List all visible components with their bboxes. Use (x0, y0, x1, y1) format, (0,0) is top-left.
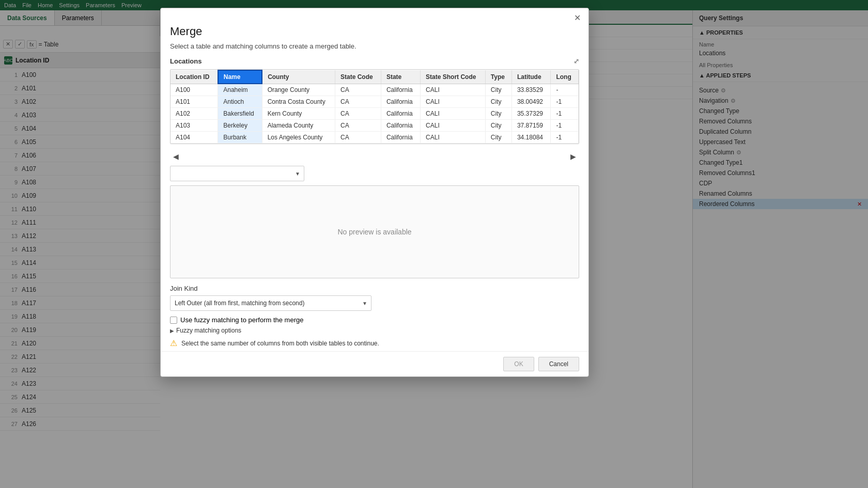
merge-table-cell: Los Angeles County (262, 132, 335, 144)
second-table-area: ▼ (170, 166, 579, 181)
merge-table-cell: A101 (171, 96, 218, 108)
merge-table-cell: CA (335, 120, 381, 132)
merge-col-header-name[interactable]: Name (218, 70, 262, 84)
merge-table-row: A100AnaheimOrange CountyCACaliforniaCALI… (171, 84, 579, 96)
merge-table-container: Location IDNameCountyState CodeStateStat… (170, 69, 579, 144)
merge-table-cell: City (485, 108, 512, 120)
merge-table-cell: 33.83529 (512, 84, 551, 96)
merge-table-cell: CA (335, 108, 381, 120)
cancel-button[interactable]: Cancel (538, 357, 579, 371)
merge-table-cell: A100 (171, 84, 218, 96)
scroll-row: ◀ ▶ (170, 149, 579, 164)
merge-col-header-latitude[interactable]: Latitude (512, 70, 551, 84)
join-kind-label: Join Kind (170, 285, 579, 292)
merge-table-cell: CA (335, 132, 381, 144)
merge-table-cell: 38.00492 (512, 96, 551, 108)
join-section: Join Kind Left Outer (all from first, ma… (170, 285, 579, 311)
table-select-wrapper: ▼ (170, 166, 304, 181)
merge-table-cell: CALI (421, 96, 486, 108)
merge-table-cell: Kern County (262, 108, 335, 120)
merge-table-cell: California (381, 84, 420, 96)
merge-table-cell: 34.18084 (512, 132, 551, 144)
merge-table-cell: Anaheim (218, 84, 262, 96)
scroll-left-button[interactable]: ◀ (170, 151, 182, 162)
fuzzy-checkbox[interactable] (170, 317, 177, 324)
merge-table-cell: Berkeley (218, 120, 262, 132)
dialog-titlebar: ✕ (161, 8, 588, 25)
merge-table-cell: Contra Costa County (262, 96, 335, 108)
preview-placeholder-text: No preview is available (337, 228, 411, 236)
merge-col-header-long[interactable]: Long (551, 70, 579, 84)
dialog-subtitle: Select a table and matching columns to c… (161, 42, 588, 57)
fuzzy-label-text: Use fuzzy matching to perform the merge (180, 316, 303, 324)
table-select-dropdown[interactable] (170, 166, 304, 181)
merge-table-cell: Antioch (218, 96, 262, 108)
join-select-wrapper: Left Outer (all from first, matching fro… (170, 295, 371, 311)
merge-table-cell: CA (335, 84, 381, 96)
merge-table-cell: California (381, 132, 420, 144)
merge-table-cell: CALI (421, 120, 486, 132)
merge-table-cell: City (485, 96, 512, 108)
merge-table: Location IDNameCountyState CodeStateStat… (171, 70, 579, 144)
merge-table-cell: California (381, 108, 420, 120)
merge-table-cell: City (485, 132, 512, 144)
dialog-footer: OK Cancel (161, 351, 588, 376)
merge-table-cell: City (485, 120, 512, 132)
table1-label: Locations ⤢ (170, 57, 579, 65)
expand-triangle-icon: ▶ (170, 328, 174, 334)
join-kind-select[interactable]: Left Outer (all from first, matching fro… (170, 295, 371, 311)
merge-table-cell: California (381, 120, 420, 132)
merge-table-cell: 37.87159 (512, 120, 551, 132)
merge-table-header-row: Location IDNameCountyState CodeStateStat… (171, 70, 579, 84)
merge-col-header-state-short-code[interactable]: State Short Code (421, 70, 486, 84)
merge-table-cell: CALI (421, 84, 486, 96)
merge-table-cell: Bakersfield (218, 108, 262, 120)
preview-area: No preview is available (170, 185, 579, 278)
merge-table-cell: Orange County (262, 84, 335, 96)
merge-col-header-type[interactable]: Type (485, 70, 512, 84)
merge-col-header-state[interactable]: State (381, 70, 420, 84)
merge-table-cell: A104 (171, 132, 218, 144)
merge-table-cell: Burbank (218, 132, 262, 144)
merge-table-cell: -1 (551, 108, 579, 120)
table1-label-text: Locations (170, 57, 202, 65)
merge-table-cell: - (551, 84, 579, 96)
merge-table-cell: CA (335, 96, 381, 108)
warning-row: ⚠ Select the same number of columns from… (170, 338, 579, 348)
merge-dialog: ✕ Merge Select a table and matching colu… (160, 8, 589, 377)
merge-table-body: A100AnaheimOrange CountyCACaliforniaCALI… (171, 84, 579, 144)
warning-text: Select the same number of columns from b… (181, 340, 379, 347)
merge-table-cell: A102 (171, 108, 218, 120)
merge-table-cell: 35.37329 (512, 108, 551, 120)
merge-table-cell: City (485, 84, 512, 96)
merge-col-header-county[interactable]: County (262, 70, 335, 84)
merge-table-cell: CALI (421, 132, 486, 144)
merge-table-cell: -1 (551, 132, 579, 144)
merge-table-row: A103BerkeleyAlameda CountyCACaliforniaCA… (171, 120, 579, 132)
merge-col-header-state-code[interactable]: State Code (335, 70, 381, 84)
dialog-body: Locations ⤢ Location IDNameCountyState C… (161, 57, 588, 348)
expand-icon[interactable]: ⤢ (574, 57, 579, 65)
merge-col-header-location-id[interactable]: Location ID (171, 70, 218, 84)
dialog-title: Merge (161, 25, 588, 42)
scroll-right-button[interactable]: ▶ (567, 151, 579, 162)
merge-table-cell: CALI (421, 108, 486, 120)
fuzzy-options-expand[interactable]: ▶ Fuzzy matching options (170, 327, 579, 334)
merge-table-cell: -1 (551, 96, 579, 108)
fuzzy-checkbox-row: Use fuzzy matching to perform the merge (170, 316, 579, 324)
merge-table-cell: California (381, 96, 420, 108)
fuzzy-options-text: Fuzzy matching options (176, 327, 241, 334)
merge-table-cell: -1 (551, 120, 579, 132)
merge-table-cell: A103 (171, 120, 218, 132)
merge-table-row: A102BakersfieldKern CountyCACaliforniaCA… (171, 108, 579, 120)
merge-table-cell: Alameda County (262, 120, 335, 132)
dialog-close-button[interactable]: ✕ (572, 12, 582, 23)
merge-table-row: A101AntiochContra Costa CountyCACaliforn… (171, 96, 579, 108)
merge-table-row: A104BurbankLos Angeles CountyCACaliforni… (171, 132, 579, 144)
warning-icon: ⚠ (170, 338, 177, 348)
ok-button[interactable]: OK (503, 357, 534, 371)
